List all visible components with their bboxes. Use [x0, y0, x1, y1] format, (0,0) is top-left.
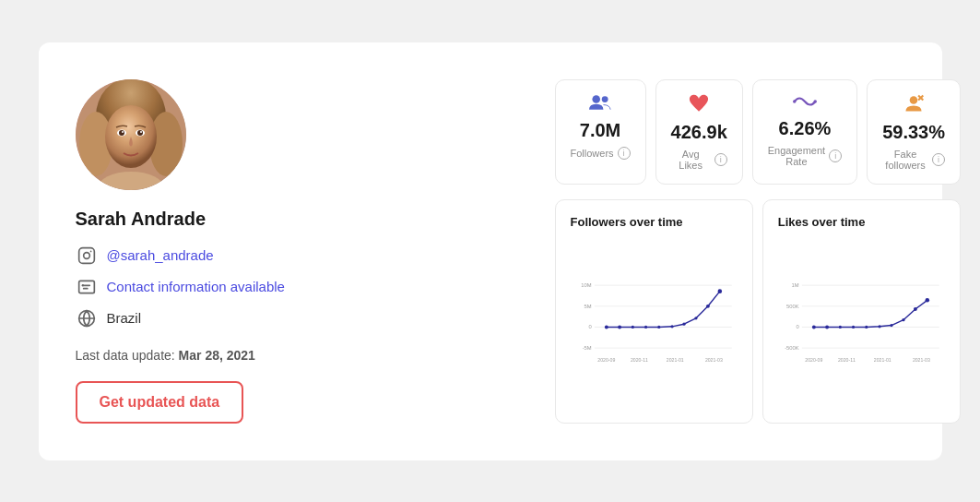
- stat-card-likes: 426.9k Avg Likes i: [655, 79, 743, 185]
- likes-chart-area: 1M 500K 0 -500K 2020-09 2020-11 2021-01 …: [778, 238, 945, 404]
- svg-text:2021-01: 2021-01: [666, 357, 683, 363]
- avatar: [76, 79, 186, 190]
- svg-point-45: [694, 317, 697, 319]
- followers-value: 7.0M: [580, 120, 620, 141]
- svg-text:0: 0: [588, 324, 591, 329]
- svg-text:2020-11: 2020-11: [838, 357, 856, 363]
- svg-point-21: [793, 100, 796, 102]
- svg-point-40: [631, 325, 633, 328]
- likes-chart-card: Likes over time 1M 500K 0 -500K: [762, 199, 961, 424]
- engagement-label-row: Engagement Rate i: [768, 145, 842, 167]
- svg-point-22: [813, 100, 816, 102]
- svg-text:2021-03: 2021-03: [913, 357, 930, 363]
- svg-text:2020-09: 2020-09: [805, 357, 822, 363]
- followers-icon: [589, 93, 611, 114]
- engagement-icon: [793, 93, 817, 113]
- svg-point-9: [137, 130, 143, 136]
- svg-point-68: [914, 307, 917, 311]
- likes-value: 426.9k: [671, 122, 727, 143]
- engagement-value: 6.26%: [779, 118, 832, 139]
- svg-point-61: [825, 325, 829, 329]
- svg-point-11: [140, 131, 142, 133]
- fake-info-icon[interactable]: i: [932, 153, 945, 166]
- svg-point-42: [657, 325, 660, 328]
- profile-name: Sarah Andrade: [76, 209, 518, 230]
- svg-text:1M: 1M: [791, 282, 798, 288]
- svg-point-66: [890, 323, 892, 326]
- instagram-link[interactable]: @sarah_andrade: [107, 247, 214, 263]
- svg-point-41: [643, 325, 646, 328]
- svg-point-67: [902, 318, 904, 321]
- fake-followers-icon: [903, 93, 925, 116]
- stats-row: 7.0M Followers i 426.9k Avg Likes i: [555, 79, 961, 185]
- likes-info-icon[interactable]: i: [714, 153, 727, 166]
- svg-point-19: [592, 95, 600, 103]
- location-text: Brazil: [107, 310, 142, 326]
- followers-info-icon[interactable]: i: [618, 147, 631, 160]
- stat-card-engagement: 6.26% Engagement Rate i: [752, 79, 857, 185]
- last-update: Last data update: Mar 28, 2021: [76, 348, 518, 363]
- followers-label: Followers: [571, 148, 614, 159]
- engagement-label: Engagement Rate: [768, 145, 825, 167]
- svg-point-63: [852, 325, 855, 328]
- svg-point-8: [119, 130, 124, 136]
- right-panel: 7.0M Followers i 426.9k Avg Likes i: [555, 79, 961, 424]
- svg-point-46: [705, 304, 709, 307]
- svg-text:-5M: -5M: [582, 345, 591, 351]
- avatar-container: [76, 79, 518, 190]
- followers-chart-card: Followers over time 10M 5M 0 -5M: [555, 199, 753, 424]
- fake-label-row: Fake followers i: [882, 149, 945, 171]
- followers-chart-area: 10M 5M 0 -5M 2020-09 2020-11 2021-01 202…: [571, 238, 738, 404]
- followers-label-row: Followers i: [571, 147, 631, 160]
- left-panel: Sarah Andrade @sarah_andrade: [76, 79, 518, 424]
- svg-text:10M: 10M: [581, 282, 591, 288]
- get-updated-data-button[interactable]: Get updated data: [76, 381, 244, 424]
- svg-point-15: [89, 250, 91, 252]
- svg-point-47: [717, 289, 722, 293]
- likes-icon: [689, 93, 709, 116]
- svg-text:500K: 500K: [786, 303, 799, 308]
- engagement-info-icon[interactable]: i: [829, 149, 842, 162]
- location-item: Brazil: [76, 307, 518, 329]
- svg-point-65: [878, 325, 880, 328]
- likes-label-row: Avg Likes i: [671, 149, 727, 171]
- contact-link[interactable]: Contact information available: [107, 279, 285, 294]
- svg-rect-16: [78, 281, 94, 293]
- svg-point-10: [122, 131, 124, 133]
- globe-icon: [76, 307, 98, 329]
- charts-row: Followers over time 10M 5M 0 -5M: [555, 199, 961, 424]
- svg-point-38: [604, 325, 608, 329]
- svg-text:2021-03: 2021-03: [704, 357, 722, 363]
- contact-item: Contact information available: [76, 276, 518, 298]
- likes-chart-title: Likes over time: [778, 215, 945, 229]
- svg-rect-13: [78, 247, 94, 263]
- fake-value: 59.33%: [882, 122, 945, 143]
- svg-point-64: [865, 325, 868, 328]
- svg-point-44: [682, 322, 685, 325]
- profile-info: @sarah_andrade Contact information avail…: [76, 245, 518, 329]
- svg-point-17: [81, 284, 84, 287]
- profile-card: Sarah Andrade @sarah_andrade: [39, 42, 942, 460]
- svg-point-20: [602, 96, 608, 102]
- svg-point-60: [812, 325, 816, 329]
- instagram-icon: [76, 245, 98, 267]
- followers-chart-title: Followers over time: [571, 215, 738, 229]
- instagram-item: @sarah_andrade: [76, 245, 518, 267]
- svg-text:-500K: -500K: [785, 345, 799, 351]
- svg-point-43: [670, 325, 673, 328]
- contact-icon: [76, 276, 98, 298]
- svg-point-39: [618, 325, 621, 329]
- stat-card-fake: 59.33% Fake followers i: [867, 79, 961, 185]
- svg-text:5M: 5M: [584, 303, 591, 308]
- svg-point-23: [910, 96, 918, 104]
- svg-point-14: [83, 252, 89, 258]
- svg-point-62: [838, 325, 841, 328]
- svg-text:0: 0: [796, 324, 798, 329]
- fake-label: Fake followers: [882, 149, 928, 171]
- svg-text:2020-09: 2020-09: [597, 357, 615, 363]
- svg-text:2020-11: 2020-11: [630, 357, 647, 363]
- svg-point-69: [925, 298, 929, 303]
- svg-text:2021-01: 2021-01: [874, 357, 891, 363]
- likes-label: Avg Likes: [671, 149, 711, 171]
- stat-card-followers: 7.0M Followers i: [555, 79, 646, 185]
